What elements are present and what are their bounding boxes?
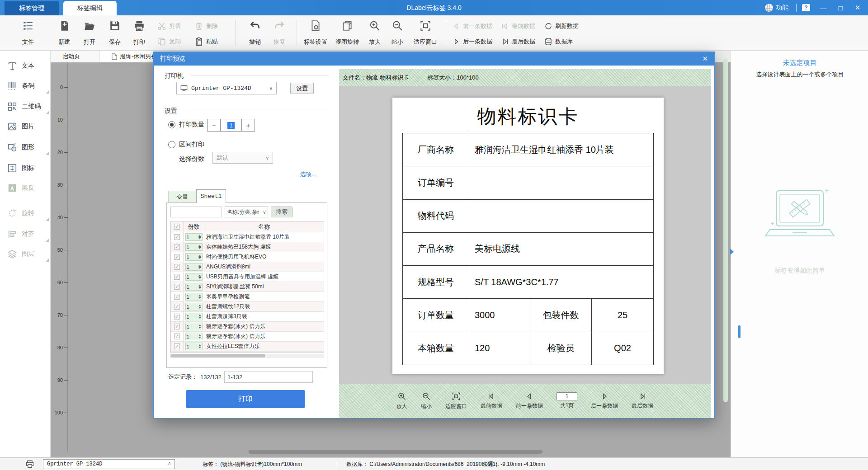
row-qty-stepper[interactable]: 1 [184, 332, 204, 341]
row-checkbox[interactable]: ✓ [171, 252, 184, 262]
record-range-input[interactable] [224, 371, 313, 383]
table-row[interactable]: ✓1雅润海洁卫生湿巾红袖添香 10片装 [171, 232, 324, 242]
row-checkbox[interactable]: ✓ [171, 322, 184, 331]
row-checkbox[interactable]: ✓ [171, 292, 184, 301]
panel-scrollbar[interactable] [738, 325, 741, 338]
row-qty-stepper[interactable]: 1 [184, 272, 204, 282]
row-checkbox[interactable]: ✓ [171, 242, 184, 252]
minimize-button[interactable]: — [815, 0, 832, 15]
sidebar-item-icon-lib[interactable]: 图标 [0, 158, 50, 178]
row-qty-stepper[interactable]: 1 [184, 342, 204, 351]
preview-zoom-in-button[interactable]: 放大 [396, 392, 407, 410]
row-qty-stepper[interactable]: 1 [184, 312, 204, 321]
table-row[interactable]: ✓1SIYI润滑啫喱 丝翼 50ml [171, 282, 324, 292]
panel-collapse-icon[interactable] [730, 249, 734, 255]
quantity-increase-button[interactable]: + [241, 119, 255, 131]
row-checkbox[interactable]: ✓ [171, 332, 184, 341]
row-checkbox[interactable]: ✓ [171, 342, 184, 351]
table-horizontal-scrollbar[interactable] [170, 354, 324, 358]
range-print-radio[interactable]: 区间打印 [168, 141, 204, 149]
zoom-out-button[interactable]: 缩小 [387, 19, 408, 47]
save-button[interactable]: 保存 [103, 19, 127, 47]
preview-prev-record-button[interactable]: 前一条数据 [516, 392, 543, 410]
table-row[interactable]: ✓1女性拉拉LES套倍力乐 [171, 342, 324, 352]
radio-selected-icon[interactable] [168, 121, 175, 128]
tab-sheet1[interactable]: Sheet1 [196, 189, 226, 203]
tab-variable[interactable]: 变量 [168, 191, 196, 203]
last-record-button[interactable]: 最后数据 [501, 35, 535, 48]
print-quantity-radio[interactable]: 打印数量 [168, 121, 204, 129]
row-checkbox[interactable]: ✓ [171, 262, 184, 272]
quantity-decrease-button[interactable]: − [208, 119, 220, 131]
table-row[interactable]: ✓1实体娃娃热巴158大胸 虔姬 [171, 242, 324, 252]
dialog-close-icon[interactable]: ✕ [702, 55, 708, 63]
select-all-checkbox[interactable]: ✓ [171, 221, 184, 232]
expand-arrow-icon[interactable] [46, 152, 49, 155]
new-button[interactable]: 新建 [52, 19, 76, 47]
row-qty-stepper[interactable]: 1 [184, 292, 204, 301]
paste-button[interactable]: 粘贴 [194, 35, 218, 48]
options-link[interactable]: 选项... [288, 170, 316, 179]
row-qty-stepper[interactable]: 1 [184, 262, 204, 272]
row-checkbox[interactable]: ✓ [171, 282, 184, 291]
canvas-vertical-scrollbar[interactable] [723, 59, 728, 402]
printer-select[interactable]: Gprinter GP-1324D ∨ [176, 82, 277, 94]
status-printer-select[interactable]: Gprinter GP-1324D ^ [43, 459, 175, 469]
row-qty-stepper[interactable]: 1 [184, 282, 204, 291]
sidebar-item-shape[interactable]: 图形 [0, 137, 50, 157]
row-qty-stepper[interactable]: 1 [184, 322, 204, 331]
label-settings-button[interactable]: 标签设置 [301, 19, 330, 47]
print-button[interactable]: 打印 [127, 19, 151, 47]
fit-window-button[interactable]: 适应窗口 [410, 19, 440, 47]
expand-arrow-icon[interactable] [46, 111, 49, 114]
sidebar-item-qrcode[interactable]: 二维码 [0, 97, 50, 117]
tab-label-edit[interactable]: 标签编辑 [63, 1, 117, 15]
sidebar-item-text[interactable]: 文本 [0, 56, 50, 76]
row-checkbox[interactable]: ✓ [171, 272, 184, 282]
table-row[interactable]: ✓1狼牙避孕套(冰火) 倍力乐 [171, 322, 324, 332]
file-menu-button[interactable]: 文件 [15, 19, 41, 47]
tab-label-manage[interactable]: 标签管理 [5, 1, 59, 15]
dialog-title-bar[interactable]: 打印预览 ✕ [154, 52, 714, 66]
search-button[interactable]: 搜索 [271, 207, 292, 217]
preview-last-record-button[interactable]: 最后数据 [632, 392, 653, 410]
search-input[interactable] [170, 207, 222, 217]
table-row[interactable]: ✓1米奥早早孕检测笔 [171, 292, 324, 302]
table-row[interactable]: ✓1杜蕾斯螺纹12只装 [171, 302, 324, 312]
zoom-in-button[interactable]: 放大 [364, 19, 385, 47]
canvas-horizontal-scrollbar[interactable] [249, 450, 542, 454]
page-number-input[interactable]: 1 [557, 392, 577, 400]
expand-arrow-icon[interactable] [46, 90, 49, 94]
help-button[interactable]: ? [797, 0, 815, 15]
row-checkbox[interactable]: ✓ [171, 232, 184, 242]
database-button[interactable]: 数据库 [544, 35, 573, 48]
table-row[interactable]: ✓1狼牙避孕套(冰火) 倍力乐 [171, 332, 324, 342]
next-record-button[interactable]: 后一条数据 [452, 35, 492, 48]
refresh-data-button[interactable]: 刷新数据 [544, 20, 579, 33]
copies-select[interactable]: 默认 ∨ [212, 152, 273, 164]
dialog-print-button[interactable]: 打印 [186, 390, 305, 408]
sidebar-item-image[interactable]: 图片 [0, 117, 50, 136]
undo-button[interactable]: 撤销 [243, 19, 267, 47]
close-button[interactable]: ✕ [849, 0, 866, 15]
preview-next-record-button[interactable]: 后一条数据 [591, 392, 618, 410]
table-row[interactable]: ✓1时尚便携男用飞机杯EVO [171, 252, 324, 262]
row-checkbox[interactable]: ✓ [171, 312, 184, 321]
preview-first-record-button[interactable]: 最前数据 [481, 392, 502, 410]
row-qty-stepper[interactable]: 1 [184, 302, 204, 311]
doc-tab-startpage[interactable]: 启动页 [51, 51, 99, 62]
row-qty-stepper[interactable]: 1 [184, 232, 204, 242]
view-rotate-button[interactable]: 视图旋转 [333, 19, 362, 47]
row-qty-stepper[interactable]: 1 [184, 242, 204, 252]
maximize-button[interactable]: □ [832, 0, 849, 15]
features-button[interactable]: 功能 [765, 0, 788, 15]
sidebar-item-barcode[interactable]: 条码 [0, 76, 50, 96]
table-row[interactable]: ✓1杜蕾斯超薄3只装 [171, 312, 324, 322]
printer-settings-button[interactable]: 设置 [290, 83, 314, 94]
quantity-value[interactable]: 1 [220, 119, 241, 131]
table-row[interactable]: ✓1ANGUS润滑剂8ml [171, 262, 324, 272]
radio-unselected-icon[interactable] [168, 141, 175, 148]
row-qty-stepper[interactable]: 1 [184, 252, 204, 262]
table-row[interactable]: ✓1USB男用器具专用加温棒 虔姬 [171, 272, 324, 282]
row-checkbox[interactable]: ✓ [171, 302, 184, 311]
